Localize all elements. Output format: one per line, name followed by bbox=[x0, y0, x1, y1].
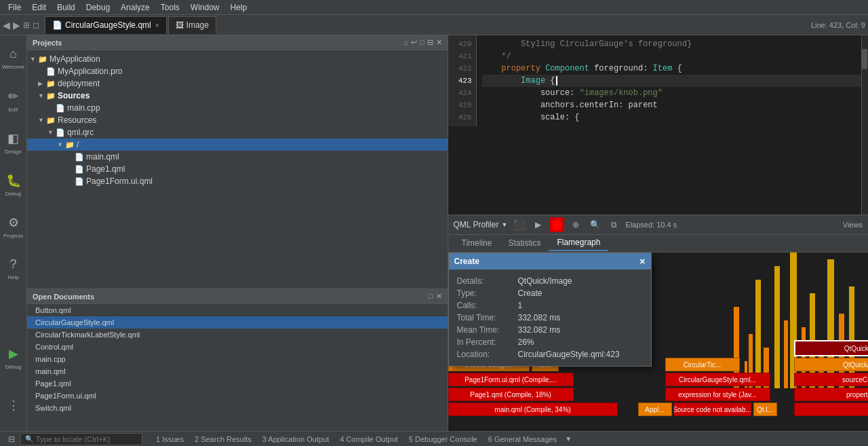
tab-nav-expand[interactable]: ◻ bbox=[33, 20, 39, 30]
tree-item-page1qml[interactable]: 📄 Page1.qml bbox=[27, 163, 448, 175]
bar-loader-26[interactable]: QtQuick/Loader (Create, 26%) bbox=[794, 358, 869, 371]
bar-sourcecomponent[interactable]: sourceComponent: __style ? __style.panel… bbox=[794, 373, 869, 386]
doc-item-circular[interactable]: CircularGaugeStyle.qml bbox=[27, 316, 448, 329]
menu-build[interactable]: Build bbox=[52, 1, 81, 14]
tree-item-sources[interactable]: ▼ 📁 Sources bbox=[27, 90, 448, 102]
menu-edit[interactable]: Edit bbox=[26, 1, 52, 14]
tab-close-circular[interactable]: × bbox=[155, 22, 159, 29]
scrollbar-right[interactable] bbox=[861, 35, 868, 215]
menu-debug[interactable]: Debug bbox=[81, 1, 115, 14]
bottom-tab-appoutput[interactable]: 3 Application Output bbox=[257, 434, 334, 445]
bottom-tab-general[interactable]: 6 General Messages bbox=[483, 434, 563, 445]
doc-item-control[interactable]: Control.qml bbox=[27, 341, 448, 353]
tree-item-mainqml[interactable]: 📄 main.qml bbox=[27, 151, 448, 163]
tab-nav-split[interactable]: ⊞ bbox=[23, 20, 30, 30]
bar-source-unavail[interactable]: Source code not availab... bbox=[673, 403, 751, 416]
code-content: Styling CircularGauge's foreground} */ p… bbox=[477, 35, 869, 126]
tree-label-slash: / bbox=[77, 140, 79, 149]
bar-loader-37[interactable]: QtQuick/Loader (Create, 37%) bbox=[794, 403, 869, 416]
doc-item-button[interactable]: Button.qml bbox=[27, 304, 448, 316]
tab-statistics[interactable]: Statistics bbox=[500, 236, 549, 250]
menu-file[interactable]: File bbox=[3, 1, 26, 14]
bottom-tab-search[interactable]: 2 Search Results bbox=[189, 434, 257, 445]
bar-circulargauge-style[interactable]: CircularGaugeStyle.qml... bbox=[665, 373, 770, 386]
icon-projects[interactable]: ⚙ Projects bbox=[1, 206, 26, 247]
editor-profiler: 420 421 422 423 424 425 426 Styling Circ… bbox=[448, 35, 869, 431]
menu-help[interactable]: Help bbox=[225, 1, 253, 14]
bar-qtl[interactable]: Qt.l... bbox=[753, 403, 777, 416]
doc-item-mainqml[interactable]: main.qml bbox=[27, 365, 448, 377]
bottom-tab-issues[interactable]: 1 Issues bbox=[151, 434, 189, 445]
tree-item-deployment[interactable]: ▶ 📁 deployment bbox=[27, 77, 448, 90]
menu-tools[interactable]: Tools bbox=[155, 1, 185, 14]
popup-close-button[interactable]: × bbox=[639, 256, 645, 267]
bottom-tabs: ⊟ 🔍 1 Issues 2 Search Results 3 Applicat… bbox=[0, 431, 868, 446]
projects-action-split[interactable]: ⊟ bbox=[427, 38, 433, 47]
open-docs-action-close[interactable]: ✕ bbox=[436, 292, 442, 301]
doc-item-page1form[interactable]: Page1Form.ui.qml bbox=[27, 390, 448, 402]
tab-circular-gauge[interactable]: 📄 CircularGaugeStyle.qml × bbox=[45, 16, 167, 34]
open-docs-header: Open Documents □ ✕ bbox=[27, 289, 448, 304]
bar-qtquick-image-highlighted[interactable]: QtQuick/Image (Create, 26%) bbox=[794, 340, 869, 356]
profiler-btn-search[interactable]: 🔍 bbox=[587, 217, 602, 232]
doc-item-switch[interactable]: Switch.qml bbox=[27, 402, 448, 414]
profiler-btn-next[interactable]: ▶ bbox=[530, 217, 545, 232]
icon-edit[interactable]: ✏ Edit bbox=[1, 80, 26, 121]
bar-circulartick[interactable]: CircularTic... bbox=[665, 358, 740, 371]
projects-icon: ⚙ bbox=[8, 215, 19, 230]
tree-item-slash[interactable]: ▼ 📁 / bbox=[27, 138, 448, 151]
bar-expression[interactable]: expression for style (Jav... bbox=[665, 388, 770, 401]
help-icon: ? bbox=[9, 257, 16, 272]
tree-item-pro[interactable]: 📄 MyApplication.pro bbox=[27, 65, 448, 77]
menu-analyze[interactable]: Analyze bbox=[115, 1, 155, 14]
tree-item-maincpp[interactable]: 📄 main.cpp bbox=[27, 102, 448, 114]
code-editor[interactable]: 420 421 422 423 424 425 426 Styling Circ… bbox=[448, 35, 869, 215]
bottom-tab-compile[interactable]: 4 Compile Output bbox=[334, 434, 403, 445]
tab-timeline[interactable]: Timeline bbox=[454, 236, 500, 250]
tree-item-page1form[interactable]: 📄 Page1Form.ui.qml bbox=[27, 175, 448, 187]
tree-item-root[interactable]: ▼ 📁 MyApplication bbox=[27, 53, 448, 65]
search-bar[interactable]: 🔍 bbox=[20, 433, 142, 445]
profiler-btn-prev[interactable]: ⬛ bbox=[511, 217, 526, 232]
tab-image[interactable]: 🖼 Image bbox=[168, 16, 216, 34]
bottom-tab-dropdown[interactable]: ▼ bbox=[562, 434, 574, 444]
bar-property-qtobject[interactable]: property QtObject __style: styleLoader.i… bbox=[794, 388, 869, 401]
doc-item-maincpp[interactable]: main.cpp bbox=[27, 353, 448, 365]
bottom-tab-debugger[interactable]: 5 Debugger Console bbox=[403, 434, 483, 445]
doc-item-tickmark[interactable]: CircularTickmarkLabelStyle.qml bbox=[27, 329, 448, 341]
open-docs-action-split[interactable]: □ bbox=[429, 292, 433, 301]
projects-header: Projects ⌂ ↩ □ ⊟ ✕ bbox=[27, 35, 448, 50]
bar-page1form[interactable]: Page1Form.ui.qml (Compile,... bbox=[448, 373, 574, 386]
flamegraph-area[interactable]: Create × Details: QtQuick/Image Type: Cr… bbox=[448, 253, 869, 432]
views-button[interactable]: Views bbox=[843, 221, 863, 229]
tab-flamegraph[interactable]: Flamegraph bbox=[549, 235, 608, 251]
bar-appl[interactable]: Appl... bbox=[638, 403, 672, 416]
projects-label: Projects bbox=[3, 233, 23, 239]
profiler-btn-filter[interactable]: ⧉ bbox=[606, 217, 621, 232]
tab-label-image: Image bbox=[186, 20, 209, 30]
projects-action-close[interactable]: ✕ bbox=[436, 38, 442, 47]
icon-design[interactable]: ◧ Design bbox=[1, 122, 26, 163]
profiler-dropdown[interactable]: QML Profiler ▼ bbox=[454, 220, 508, 229]
icon-extra[interactable]: ⋮ bbox=[1, 385, 26, 426]
tree-label-pro: MyApplication.pro bbox=[58, 67, 122, 76]
projects-action-home[interactable]: ⌂ bbox=[403, 38, 408, 47]
profiler-btn-split[interactable]: ⊕ bbox=[568, 217, 583, 232]
icon-debug-bottom[interactable]: ▶ Debug bbox=[1, 337, 26, 378]
icon-help[interactable]: ? Help bbox=[1, 248, 26, 289]
bottom-icon-left[interactable]: ⊟ bbox=[5, 434, 18, 444]
tree-item-resources[interactable]: ▼ 📁 Resources bbox=[27, 114, 448, 126]
projects-action-add[interactable]: □ bbox=[420, 38, 425, 47]
tab-nav-next[interactable]: ▶ bbox=[13, 20, 20, 31]
search-input[interactable] bbox=[36, 435, 138, 443]
icon-welcome[interactable]: ⌂ Welcome bbox=[1, 38, 26, 79]
tab-nav-prev[interactable]: ◀ bbox=[3, 20, 10, 31]
icon-debug-top[interactable]: 🐛 Debug bbox=[1, 164, 26, 205]
projects-action-sync[interactable]: ↩ bbox=[411, 38, 417, 47]
bar-page1qml[interactable]: Page1.qml (Compile, 18%) bbox=[448, 388, 574, 401]
bar-mainqml[interactable]: main.qml (Compile, 34%) bbox=[448, 403, 618, 416]
menu-window[interactable]: Window bbox=[185, 1, 225, 14]
tree-item-qmlqrc[interactable]: ▼ 📄 qml.qrc bbox=[27, 126, 448, 138]
doc-item-page1[interactable]: Page1.qml bbox=[27, 377, 448, 390]
profiler-btn-record[interactable]: ⬤ bbox=[549, 217, 564, 232]
